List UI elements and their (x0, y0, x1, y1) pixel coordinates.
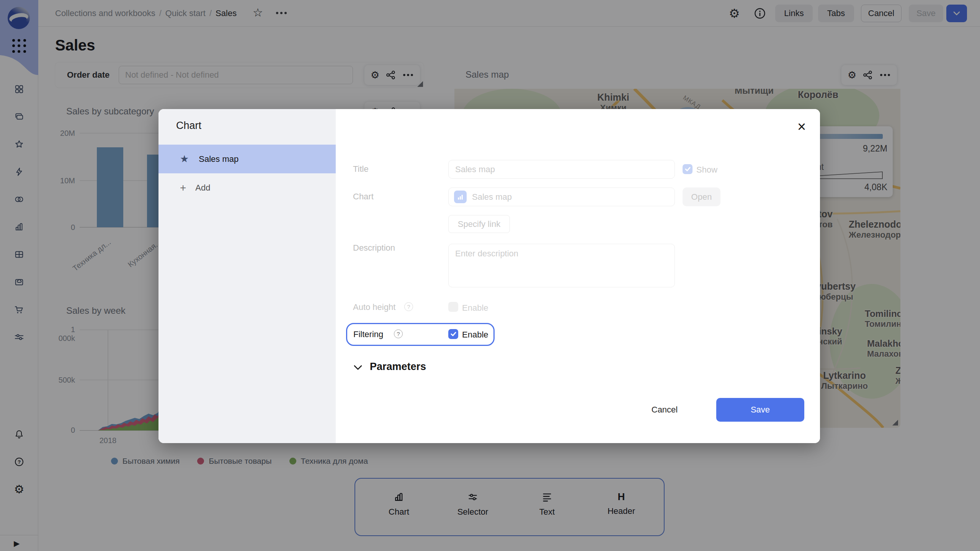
plus-icon: + (180, 182, 186, 194)
chart-dialog: Chart ★ Sales map + Add × Title Sales ma… (158, 109, 820, 443)
auto-height-label: Auto height (353, 302, 395, 312)
add-chart-button[interactable]: + Add (158, 176, 336, 199)
filtering-label: Filtering (353, 329, 383, 339)
title-field-input[interactable]: Sales map (448, 160, 675, 179)
filtering-enable-checkbox[interactable] (448, 329, 458, 339)
auto-height-help-icon[interactable]: ? (404, 302, 413, 311)
auto-height-enable-checkbox[interactable] (448, 302, 458, 312)
chart-type-icon (454, 191, 467, 203)
filtering-help-icon[interactable]: ? (394, 329, 403, 338)
show-checkbox[interactable] (683, 164, 693, 174)
close-dialog-icon[interactable]: × (794, 119, 809, 134)
dialog-title: Chart (176, 120, 201, 132)
specify-link-button[interactable]: Specify link (448, 215, 510, 233)
chart-field-label: Chart (353, 192, 374, 202)
filtering-enable-label: Enable (462, 330, 488, 340)
open-chart-button[interactable]: Open (683, 187, 720, 206)
description-field-label: Description (353, 243, 395, 253)
auto-height-enable-label: Enable (462, 303, 488, 313)
dialog-list-panel: Chart ★ Sales map + Add (158, 109, 336, 443)
chart-field-input[interactable]: Sales map (448, 187, 675, 206)
parameters-chevron-icon (353, 365, 363, 371)
star-filled-icon: ★ (180, 153, 189, 165)
dialog-save-button[interactable]: Save (716, 398, 804, 422)
chart-list-item-selected[interactable]: ★ Sales map (158, 145, 336, 173)
filtering-highlight-box: Filtering ? Enable (346, 323, 495, 346)
title-field-label: Title (353, 164, 369, 174)
description-textarea[interactable]: Enter description (448, 244, 675, 287)
dialog-cancel-button[interactable]: Cancel (642, 400, 688, 420)
show-checkbox-label: Show (696, 165, 717, 175)
parameters-section-toggle[interactable]: Parameters (370, 361, 426, 373)
